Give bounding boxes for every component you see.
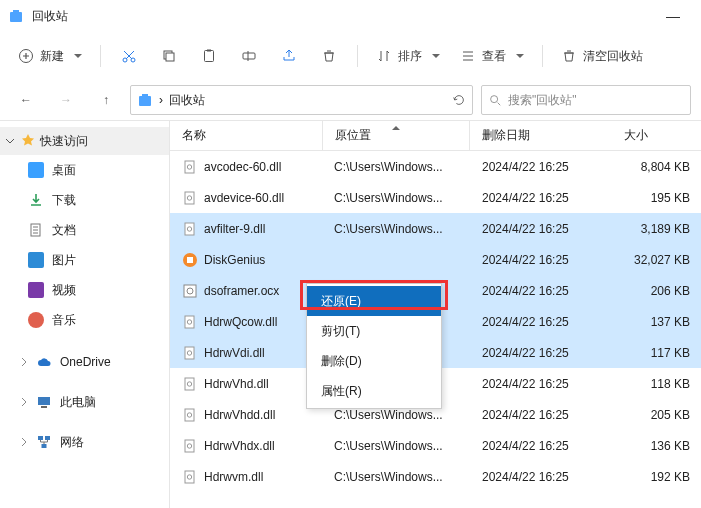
new-button[interactable]: 新建 bbox=[10, 40, 90, 72]
svg-rect-19 bbox=[185, 161, 194, 173]
cut-button[interactable] bbox=[111, 40, 147, 72]
delete-button[interactable] bbox=[311, 40, 347, 72]
sort-button[interactable]: 排序 bbox=[368, 40, 448, 72]
sidebar-item-label: 下载 bbox=[52, 192, 76, 209]
column-label: 大小 bbox=[624, 127, 648, 144]
sidebar-item-this-pc[interactable]: 此电脑 bbox=[0, 387, 169, 417]
svg-rect-10 bbox=[139, 96, 151, 106]
rename-button[interactable] bbox=[231, 40, 267, 72]
svg-rect-33 bbox=[185, 378, 194, 390]
address-bar[interactable]: › 回收站 bbox=[130, 85, 473, 115]
column-label: 删除日期 bbox=[482, 127, 530, 144]
file-name: Hdrwvm.dll bbox=[204, 470, 263, 484]
title-bar: 回收站 — bbox=[0, 0, 701, 32]
file-row[interactable]: avcodec-60.dllC:\Users\Windows...2024/4/… bbox=[170, 151, 701, 182]
sidebar-item-label: 桌面 bbox=[52, 162, 76, 179]
file-name: avdevice-60.dll bbox=[204, 191, 284, 205]
sidebar-item-videos[interactable]: 视频 bbox=[0, 275, 169, 305]
sidebar-item-downloads[interactable]: 下载 bbox=[0, 185, 169, 215]
svg-rect-37 bbox=[185, 440, 194, 452]
file-date: 2024/4/22 16:25 bbox=[470, 222, 612, 236]
copy-button[interactable] bbox=[151, 40, 187, 72]
file-row[interactable]: Hdrwvm.dllC:\Users\Windows...2024/4/22 1… bbox=[170, 461, 701, 492]
svg-rect-21 bbox=[185, 192, 194, 204]
file-row[interactable]: avdevice-60.dllC:\Users\Windows...2024/4… bbox=[170, 182, 701, 213]
file-icon bbox=[182, 283, 198, 299]
up-button[interactable]: ↑ bbox=[90, 86, 122, 114]
trash-icon bbox=[561, 48, 577, 64]
pictures-icon bbox=[28, 252, 44, 268]
file-size: 8,804 KB bbox=[612, 160, 700, 174]
file-date: 2024/4/22 16:25 bbox=[470, 253, 612, 267]
refresh-button[interactable] bbox=[452, 93, 466, 107]
breadcrumb-location[interactable]: 回收站 bbox=[169, 92, 205, 109]
svg-rect-1 bbox=[13, 10, 19, 12]
back-button[interactable]: ← bbox=[10, 86, 42, 114]
column-label: 名称 bbox=[182, 127, 206, 144]
sidebar-item-desktop[interactable]: 桌面 bbox=[0, 155, 169, 185]
breadcrumb-sep: › bbox=[159, 93, 163, 107]
share-icon bbox=[281, 48, 297, 64]
svg-point-12 bbox=[491, 96, 498, 103]
file-date: 2024/4/22 16:25 bbox=[470, 191, 612, 205]
empty-recycle-button[interactable]: 清空回收站 bbox=[553, 40, 651, 72]
chevron-down-icon bbox=[4, 135, 16, 147]
sidebar-item-pictures[interactable]: 图片 bbox=[0, 245, 169, 275]
sidebar-item-label: 此电脑 bbox=[60, 394, 96, 411]
column-header-size[interactable]: 大小 bbox=[612, 121, 700, 150]
search-box[interactable]: 搜索"回收站" bbox=[481, 85, 691, 115]
network-icon bbox=[36, 434, 52, 450]
svg-rect-35 bbox=[185, 409, 194, 421]
sidebar-item-label: 网络 bbox=[60, 434, 84, 451]
file-location: C:\Users\Windows... bbox=[322, 439, 470, 453]
svg-rect-39 bbox=[185, 471, 194, 483]
menu-item-delete[interactable]: 删除(D) bbox=[307, 346, 441, 376]
file-name: dsoframer.ocx bbox=[204, 284, 279, 298]
clipboard-icon bbox=[201, 48, 217, 64]
file-row[interactable]: avfilter-9.dllC:\Users\Windows...2024/4/… bbox=[170, 213, 701, 244]
paste-button[interactable] bbox=[191, 40, 227, 72]
file-location: C:\Users\Windows... bbox=[322, 160, 470, 174]
rename-icon bbox=[241, 48, 257, 64]
address-row: ← → ↑ › 回收站 搜索"回收站" bbox=[0, 80, 701, 120]
menu-item-properties[interactable]: 属性(R) bbox=[307, 376, 441, 406]
scissors-icon bbox=[121, 48, 137, 64]
svg-rect-7 bbox=[205, 51, 214, 62]
file-size: 195 KB bbox=[612, 191, 700, 205]
forward-button[interactable]: → bbox=[50, 86, 82, 114]
file-row[interactable]: DiskGenius2024/4/22 16:2532,027 KB bbox=[170, 244, 701, 275]
sidebar-quick-access[interactable]: 快速访问 bbox=[0, 127, 169, 155]
file-location: C:\Users\Windows... bbox=[322, 191, 470, 205]
sidebar-item-label: 音乐 bbox=[52, 312, 76, 329]
sidebar-item-music[interactable]: 音乐 bbox=[0, 305, 169, 335]
minimize-button[interactable]: — bbox=[653, 8, 693, 24]
column-header-location[interactable]: 原位置 bbox=[322, 121, 470, 150]
share-button[interactable] bbox=[271, 40, 307, 72]
sidebar-item-network[interactable]: 网络 bbox=[0, 427, 169, 457]
file-row[interactable]: HdrwVhdx.dllC:\Users\Windows...2024/4/22… bbox=[170, 430, 701, 461]
file-size: 205 KB bbox=[612, 408, 700, 422]
separator bbox=[357, 45, 358, 67]
svg-rect-23 bbox=[185, 223, 194, 235]
chevron-right-icon bbox=[18, 436, 30, 448]
file-date: 2024/4/22 16:25 bbox=[470, 470, 612, 484]
column-header-date[interactable]: 删除日期 bbox=[470, 121, 612, 150]
sidebar-item-onedrive[interactable]: OneDrive bbox=[0, 347, 169, 377]
sidebar-item-label: 文档 bbox=[52, 222, 76, 239]
sidebar-item-documents[interactable]: 文档 bbox=[0, 215, 169, 245]
file-size: 192 KB bbox=[612, 470, 700, 484]
svg-rect-18 bbox=[42, 444, 47, 448]
sidebar-item-label: OneDrive bbox=[60, 355, 111, 369]
menu-item-cut[interactable]: 剪切(T) bbox=[307, 316, 441, 346]
svg-rect-29 bbox=[185, 316, 194, 328]
menu-item-restore[interactable]: 还原(E) bbox=[307, 286, 441, 316]
svg-rect-8 bbox=[207, 50, 211, 52]
sidebar-item-label: 视频 bbox=[52, 282, 76, 299]
chevron-right-icon bbox=[18, 396, 30, 408]
new-button-label: 新建 bbox=[40, 48, 64, 65]
file-location: C:\Users\Windows... bbox=[322, 408, 470, 422]
file-icon bbox=[182, 252, 198, 268]
menu-item-label: 删除(D) bbox=[321, 353, 362, 370]
view-button[interactable]: 查看 bbox=[452, 40, 532, 72]
column-header-name[interactable]: 名称 bbox=[170, 121, 322, 150]
